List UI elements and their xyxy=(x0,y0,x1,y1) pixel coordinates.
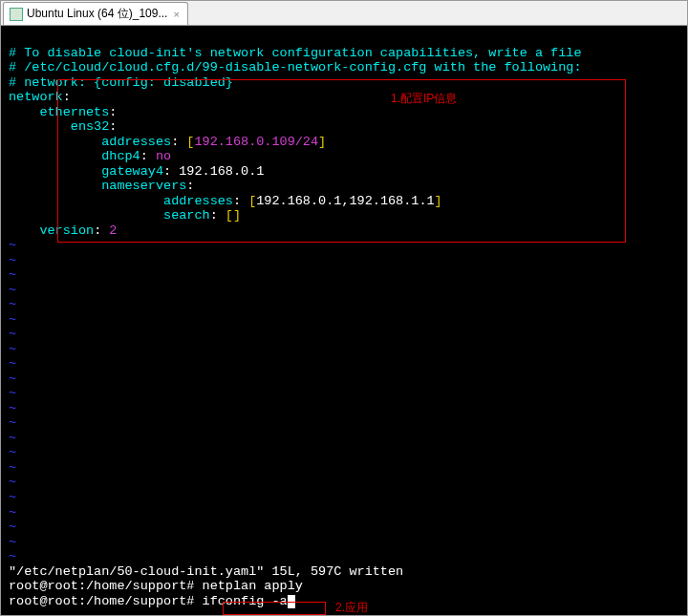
yaml-key: ethernets xyxy=(39,105,109,119)
vim-tilde: ~ xyxy=(9,372,16,386)
vim-tilde: ~ xyxy=(9,327,16,341)
vim-tilde: ~ xyxy=(9,431,16,445)
vim-tilde: ~ xyxy=(9,253,16,267)
vm-tab[interactable]: Ubuntu Linux (64 位)_109... × xyxy=(3,2,188,25)
comment-line: # /etc/cloud/cloud.cfg.d/99-disable-netw… xyxy=(9,60,582,74)
yaml-key: addresses xyxy=(163,194,233,208)
shell-command: netplan apply xyxy=(203,579,303,593)
yaml-value: no xyxy=(156,149,171,163)
tab-title: Ubuntu Linux (64 位)_109... xyxy=(27,6,167,22)
yaml-key: dhcp4 xyxy=(101,149,140,163)
yaml-value: 192.168.0.1 xyxy=(179,164,264,179)
shell-command: ifconfig -a xyxy=(203,594,288,608)
vim-status-line: "/etc/netplan/50-cloud-init.yaml" 15L, 5… xyxy=(9,564,403,579)
vim-tilde: ~ xyxy=(9,520,16,534)
vim-tilde: ~ xyxy=(9,342,16,356)
shell-prompt: root@root:/home/support# xyxy=(9,594,203,608)
terminal-cursor xyxy=(288,595,295,608)
vim-tilde: ~ xyxy=(9,475,16,489)
comment-line: # To disable cloud-init's network config… xyxy=(9,46,582,60)
ip-address: 192.168.0.109/24 xyxy=(194,135,318,149)
vim-tilde: ~ xyxy=(9,283,16,297)
yaml-key: search xyxy=(163,208,210,223)
terminal[interactable]: # To disable cloud-init's network config… xyxy=(1,26,687,615)
annotation-label-1: 1.配置IP信息 xyxy=(391,93,457,106)
yaml-key: gateway4 xyxy=(101,164,163,179)
yaml-key: ens32 xyxy=(71,119,110,134)
vim-tilde: ~ xyxy=(9,386,16,400)
vim-tilde: ~ xyxy=(9,490,16,504)
vim-tilde: ~ xyxy=(9,445,16,459)
yaml-key: network xyxy=(9,90,63,104)
comment-line: # network: {config: disabled} xyxy=(9,75,233,90)
vim-tilde: ~ xyxy=(9,238,16,252)
vim-tilde: ~ xyxy=(9,505,16,520)
vim-tilde: ~ xyxy=(9,460,16,475)
vim-tilde: ~ xyxy=(9,549,16,563)
yaml-key: nameservers xyxy=(101,179,186,193)
yaml-value: 2 xyxy=(109,223,117,238)
vim-tilde: ~ xyxy=(9,356,16,371)
close-icon[interactable]: × xyxy=(173,9,179,20)
vim-tilde: ~ xyxy=(9,267,16,282)
yaml-key: version xyxy=(39,223,94,238)
annotation-label-2: 2.应用 xyxy=(335,602,368,615)
yaml-key: addresses xyxy=(101,135,171,149)
shell-prompt: root@root:/home/support# xyxy=(9,579,203,593)
tab-bar: Ubuntu Linux (64 位)_109... × xyxy=(1,1,687,26)
vim-tilde: ~ xyxy=(9,312,16,327)
vm-icon xyxy=(10,8,23,21)
vim-tilde: ~ xyxy=(9,415,16,430)
ns-addresses: 192.168.0.1,192.168.1.1 xyxy=(256,194,434,208)
vim-tilde: ~ xyxy=(9,401,16,415)
vim-tilde: ~ xyxy=(9,297,16,311)
vim-tilde: ~ xyxy=(9,535,16,549)
